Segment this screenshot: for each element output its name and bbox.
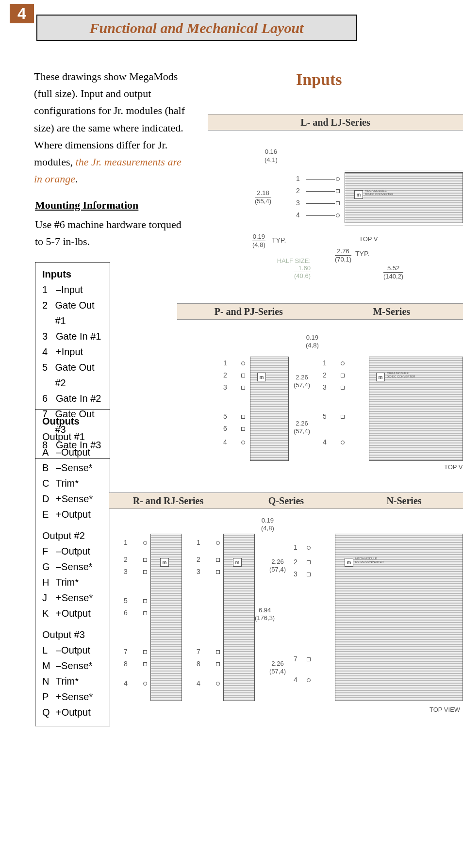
inputs-legend-title: Inputs xyxy=(42,266,103,282)
pin-label: 3 xyxy=(124,568,128,575)
pin-icon xyxy=(336,177,340,181)
legend-key: 2 xyxy=(42,297,49,328)
pin-icon xyxy=(143,541,147,545)
legend-key: Q xyxy=(42,704,50,720)
legend-row: 2Gate Out #1 xyxy=(42,297,103,328)
legend-val: Trim* xyxy=(56,574,79,590)
dim-694: 6.94(176,3) xyxy=(255,606,275,622)
pin-label: 2 xyxy=(294,558,298,566)
legend-key: B xyxy=(42,460,50,475)
legend-row: 1–Input xyxy=(42,282,103,297)
legend-row: B–Sense* xyxy=(42,460,103,475)
legend-val: +Output xyxy=(56,606,91,621)
pin-icon xyxy=(241,441,245,444)
pin-label: 6 xyxy=(124,609,128,617)
dim-218: 2.18(55,4) xyxy=(255,189,271,205)
module-logo-icon: m xyxy=(345,558,353,567)
dim-226-rqn-top: 2.26(57,4) xyxy=(269,558,286,573)
page-title: Functional and Mechanical Layout xyxy=(90,20,304,36)
pin-icon xyxy=(241,415,245,419)
pin-icon xyxy=(143,662,147,666)
module-logo-label: MEGA MODULEDC-DC CONVERTER xyxy=(387,372,415,378)
legend-key: F xyxy=(42,543,50,559)
legend-row: Q+Output xyxy=(42,704,103,720)
top-view-label: TOP VIEW xyxy=(430,706,460,713)
top-view-label: TOP V xyxy=(359,235,378,243)
dim-226-rqn-bot: 2.26(57,4) xyxy=(269,660,286,675)
pin-icon xyxy=(341,415,345,419)
series-label-q: Q-Series xyxy=(227,495,345,507)
pin-label: 5 xyxy=(124,597,128,605)
legend-row: 3Gate In #1 xyxy=(42,328,103,344)
legend-key: 1 xyxy=(42,282,50,297)
pin-icon xyxy=(307,573,311,576)
legend-val: Gate Out #2 xyxy=(55,360,103,391)
legend-val: Gate In #1 xyxy=(56,328,101,344)
legend-row: L–Output xyxy=(42,642,103,658)
pin-icon xyxy=(336,201,340,205)
pin-icon xyxy=(341,374,345,377)
legend-key: D xyxy=(42,491,50,507)
legend-row: 6Gate In #2 xyxy=(42,391,103,406)
pin-icon xyxy=(143,650,147,654)
legend-val: +Input xyxy=(56,344,83,360)
series-label-m: M-Series xyxy=(320,306,463,317)
pin-icon xyxy=(241,386,245,390)
pin-label: 3 xyxy=(294,570,298,578)
pin-icon xyxy=(336,189,340,193)
legend-val: Trim* xyxy=(56,475,79,491)
title-bar: Functional and Mechanical Layout xyxy=(36,15,357,41)
output-group-3-title: Output #3 xyxy=(42,627,103,642)
pin-label: 4 xyxy=(197,679,200,687)
intro-text-2: . xyxy=(75,173,78,185)
pin-icon xyxy=(216,662,220,666)
legend-row: HTrim* xyxy=(42,574,103,590)
legend-val: –Output xyxy=(56,543,90,559)
dim-019-rqn: 0.19(4,8) xyxy=(261,517,274,532)
page-number-badge: 4 xyxy=(10,4,34,23)
legend-val: +Sense* xyxy=(56,689,93,704)
legend-key: G xyxy=(42,559,50,574)
dim-019: 0.19(4,8) xyxy=(252,233,265,248)
dim-016: 0.16(4,1) xyxy=(265,148,278,164)
legend-key: 6 xyxy=(42,391,50,406)
diagram-l-series: m MEGA MODULEDC-DC CONVERTER 1 2 3 4 0.1… xyxy=(209,136,463,291)
pin-icon xyxy=(143,682,147,686)
module-logo-label: MEGA MODULEDC-DC CONVERTER xyxy=(355,557,384,563)
legend-val: +Sense* xyxy=(56,491,93,507)
legend-val: –Input xyxy=(56,282,83,297)
pin-label: 2 xyxy=(323,371,327,379)
legend-key: H xyxy=(42,574,50,590)
legend-row: M–Sense* xyxy=(42,658,103,673)
pin-label: 7 xyxy=(294,655,298,663)
pin-icon xyxy=(307,546,311,550)
output-group-2-title: Output #2 xyxy=(42,528,103,543)
pin-label: 3 xyxy=(223,383,227,391)
legend-row: F–Output xyxy=(42,543,103,559)
legend-row: E+Output xyxy=(42,507,103,522)
series-label-p: P- and PJ-Series xyxy=(177,306,320,317)
module-logo-icon: m xyxy=(376,373,385,381)
legend-row: G–Sense* xyxy=(42,559,103,574)
pin-icon xyxy=(216,682,220,686)
series-label-l: L- and LJ-Series xyxy=(300,117,370,128)
series-bar-pm: P- and PJ-Series M-Series xyxy=(177,303,463,320)
legend-val: +Output xyxy=(56,507,91,522)
pin-icon xyxy=(143,570,147,574)
dim-typ: TYP. xyxy=(272,236,286,244)
series-label-n: N-Series xyxy=(345,495,463,507)
legend-val: –Output xyxy=(56,642,90,658)
outputs-legend-title: Outputs xyxy=(42,413,103,429)
pin-icon xyxy=(216,650,220,654)
pin-label: 1 xyxy=(323,359,327,367)
legend-row: A–Output xyxy=(42,444,103,460)
pin-icon xyxy=(143,611,147,615)
dim-552: 5.52(140,2) xyxy=(383,264,403,280)
pin-label: 8 xyxy=(197,660,200,668)
pin-label: 6 xyxy=(223,425,227,432)
module-logo-icon: m xyxy=(160,558,169,567)
pin-label: 1 xyxy=(197,539,200,546)
legend-key: K xyxy=(42,606,50,621)
pin-icon xyxy=(216,541,220,545)
pin-label: 4 xyxy=(323,438,327,446)
